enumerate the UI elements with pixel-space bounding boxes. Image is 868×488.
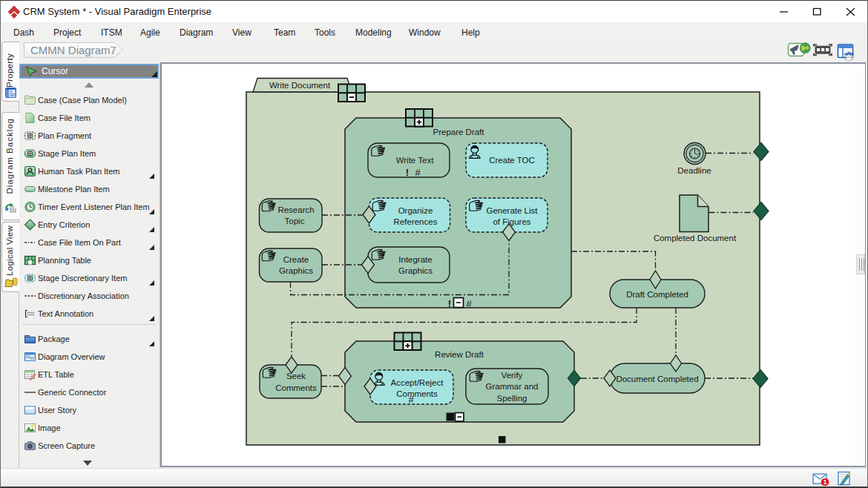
- svg-text:Review Draft: Review Draft: [435, 350, 484, 359]
- svg-text:1: 1: [823, 478, 827, 486]
- svg-text:References: References: [394, 217, 438, 226]
- svg-text:#: #: [408, 394, 414, 405]
- svg-text:Prepare Draft: Prepare Draft: [433, 128, 484, 136]
- svg-text:!: !: [448, 298, 451, 309]
- svg-text:!: !: [406, 167, 409, 178]
- svg-text:#: #: [466, 298, 472, 309]
- svg-text:CMMN Diagram7: CMMN Diagram7: [30, 44, 116, 56]
- svg-text:of Figures: of Figures: [493, 217, 530, 226]
- svg-text:Write Document: Write Document: [269, 81, 331, 90]
- svg-text:Organize: Organize: [398, 206, 433, 215]
- svg-text:Comments: Comments: [396, 389, 438, 398]
- svg-text:Comments: Comments: [275, 383, 317, 392]
- svg-text:#: #: [415, 167, 421, 178]
- svg-text:Grammar and: Grammar and: [486, 382, 539, 391]
- svg-text:Draft Completed: Draft Completed: [626, 290, 688, 299]
- svg-text:Deadline: Deadline: [677, 166, 711, 175]
- svg-text:Spelling: Spelling: [497, 394, 527, 403]
- svg-text:Create: Create: [283, 255, 309, 264]
- svg-text:Accept/Reject: Accept/Reject: [391, 378, 444, 387]
- svg-text:Generate List: Generate List: [486, 206, 538, 215]
- svg-text:Seek: Seek: [286, 372, 306, 380]
- svg-text:Completed Document: Completed Document: [654, 234, 737, 243]
- svg-text:Integrate: Integrate: [398, 255, 432, 264]
- svg-text:Graphics: Graphics: [398, 266, 433, 275]
- svg-text:Graphics: Graphics: [279, 266, 313, 275]
- svg-text:Topic: Topic: [285, 217, 305, 225]
- svg-text:Research: Research: [277, 205, 314, 214]
- svg-text:Verify: Verify: [502, 371, 523, 380]
- svg-text:9+: 9+: [801, 44, 809, 52]
- svg-text:Document Completed: Document Completed: [616, 375, 698, 383]
- svg-text:Create TOC: Create TOC: [489, 156, 535, 165]
- svg-text:Write Text: Write Text: [396, 156, 435, 165]
